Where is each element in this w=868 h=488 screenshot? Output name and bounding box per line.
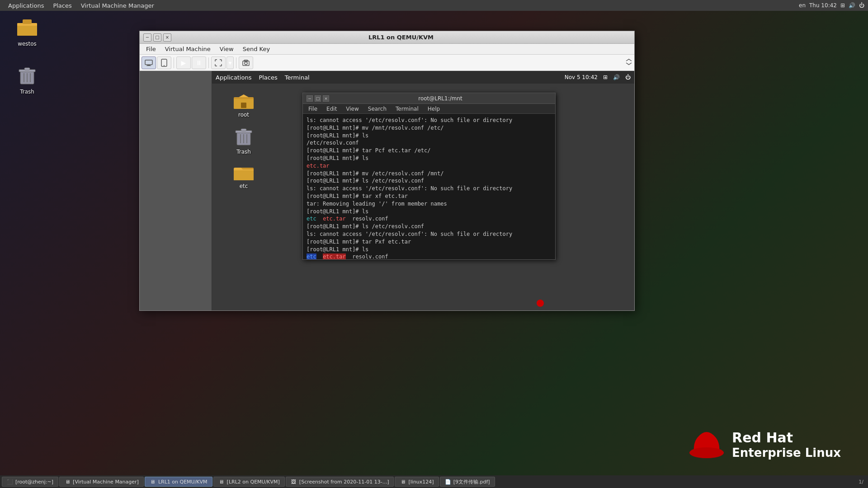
term-line-14: etc etc.tar resolv.conf <box>307 215 552 223</box>
taskbar-label-5: [linux124] <box>408 479 434 485</box>
vm-sidebar <box>140 71 212 310</box>
rhel-power-icon: ⏻ <box>625 74 631 80</box>
taskbar-item-lrl1[interactable]: 🖥 LRL1 on QEMU/KVM <box>145 477 212 487</box>
term-line-12: tar: Removing leading '/' from member na… <box>307 200 552 208</box>
taskbar-item-linux124[interactable]: 🖥 [linux124] <box>395 477 439 487</box>
redhat-text: Red Hat Enterprise Linux <box>732 430 841 460</box>
term-line-4: /etc/resolv.conf <box>307 139 552 147</box>
fm-root-label: root <box>238 112 249 118</box>
svg-point-28 <box>689 447 724 458</box>
toolbar-pause-btn[interactable]: ⏸ <box>192 56 206 69</box>
menubar-applications[interactable]: Applications <box>4 0 48 11</box>
toolbar-sep-2 <box>208 57 209 68</box>
vm-menubar: File Virtual Machine View Send Key <box>140 44 634 55</box>
vm-menu-vm[interactable]: Virtual Machine <box>160 44 215 54</box>
term-menu-terminal[interactable]: Terminal <box>392 106 422 112</box>
toolbar-dropdown-btn[interactable]: ▾ <box>226 56 234 69</box>
term-menu-edit[interactable]: Edit <box>323 106 340 112</box>
toolbar-screenshot-btn[interactable] <box>239 56 253 69</box>
network-icon: ⊞ <box>840 2 845 9</box>
term-line-15: [root@LRL1 mnt]# ls /etc/resolv.conf <box>307 223 552 230</box>
terminal-titlebar: − □ × root@LRL1:/mnt <box>303 93 555 104</box>
terminal-controls: − □ × <box>307 95 329 102</box>
taskbar-label-6: [9文件传输.pdf] <box>453 479 490 485</box>
taskbar-label-4: [Screenshot from 2020-11-01 13-...] <box>299 479 389 485</box>
terminal-window: − □ × root@LRL1:/mnt File Edit View Sear… <box>302 93 556 260</box>
taskbar-item-pdf[interactable]: 📄 [9文件传输.pdf] <box>440 477 495 487</box>
term-menu-view[interactable]: View <box>342 106 362 112</box>
vm-minimize-btn[interactable]: − <box>143 33 151 42</box>
fm-icon-root[interactable]: root <box>226 93 262 118</box>
toolbar-monitor-btn[interactable] <box>142 56 156 69</box>
term-line-6: [root@LRL1 mnt]# ls <box>307 155 552 162</box>
rhel-network-icon: ⊞ <box>603 74 608 80</box>
screenshot-icon: 🖼 <box>291 479 297 485</box>
taskbar-label-0: [root@zhenj:~] <box>15 479 53 485</box>
term-close-btn[interactable]: × <box>323 95 329 102</box>
vm-menu-file[interactable]: File <box>142 44 160 54</box>
terminal-body[interactable]: ls: cannot access '/etc/resolv.conf': No… <box>303 114 555 259</box>
vm-menu-view[interactable]: View <box>215 44 238 54</box>
top-menubar: Applications Places Virtual Machine Mana… <box>0 0 868 11</box>
taskbar-right: 1/ <box>856 479 866 485</box>
term-menu-search[interactable]: Search <box>364 106 390 112</box>
redhat-line1: Red Hat <box>732 430 841 446</box>
term-line-8: [root@LRL1 mnt]# mv /etc/resolv.conf /mn… <box>307 170 552 178</box>
term-line-9: [root@LRL1 mnt]# ls /etc/resolv.conf <box>307 177 552 185</box>
toolbar-tablet-btn[interactable] <box>157 56 171 69</box>
term-menu-help[interactable]: Help <box>424 106 443 112</box>
status-dot <box>537 300 544 307</box>
svg-rect-22 <box>241 129 246 131</box>
taskbar-item-lrl2[interactable]: 🖥 [LRL2 on QEMU/KVM] <box>213 477 285 487</box>
term-line-5: [root@LRL1 mnt]# tar Pcf etc.tar /etc/ <box>307 147 552 155</box>
redhat-line2: Enterprise Linux <box>732 446 841 460</box>
term-maximize-btn[interactable]: □ <box>315 95 321 102</box>
rhel-applications[interactable]: Applications <box>216 74 251 81</box>
power-icon: ⏻ <box>859 2 864 9</box>
datetime-display: Thu 10:42 <box>809 2 837 9</box>
svg-point-13 <box>164 65 165 66</box>
svg-rect-18 <box>235 97 253 99</box>
term-line-19: etc etc.tar resolv.conf <box>307 253 552 259</box>
term-line-13: [root@LRL1 mnt]# ls <box>307 208 552 216</box>
rhel-topbar: Applications Places Terminal Nov 5 10:42… <box>212 71 634 84</box>
vm-window: − □ × LRL1 on QEMU/KVM File Virtual Mach… <box>139 31 635 311</box>
toolbar-fullscreen-btn[interactable] <box>211 56 226 69</box>
westos-label: westos <box>18 41 37 47</box>
desktop: Applications Places Virtual Machine Mana… <box>0 0 868 488</box>
menubar-vm-manager[interactable]: Virtual Machine Manager <box>76 0 159 11</box>
vm-window-controls: − □ × <box>143 33 171 42</box>
rhel-places[interactable]: Places <box>259 74 277 81</box>
toolbar-expand-btn[interactable] <box>625 58 632 67</box>
fm-trash-label: Trash <box>236 149 251 155</box>
taskbar-item-screenshot[interactable]: 🖼 [Screenshot from 2020-11-01 13-...] <box>286 477 394 487</box>
taskbar-item-root[interactable]: ⬛ [root@zhenj:~] <box>2 477 58 487</box>
taskbar-label-2: LRL1 on QEMU/KVM <box>158 479 208 485</box>
svg-rect-2 <box>23 19 32 24</box>
terminal-icon: ⬛ <box>7 479 13 485</box>
folder-icon <box>16 17 38 39</box>
fm-icon-trash[interactable]: Trash <box>226 127 262 155</box>
term-minimize-btn[interactable]: − <box>307 95 313 102</box>
term-line-18: [root@LRL1 mnt]# ls <box>307 246 552 253</box>
toolbar-play-btn[interactable]: ▶ <box>176 56 191 69</box>
vm-menu-sendkey[interactable]: Send Key <box>238 44 274 54</box>
term-line-16: ls: cannot access '/etc/resolv.conf': No… <box>307 230 552 238</box>
menubar-places[interactable]: Places <box>48 0 76 11</box>
taskbar-label-3: [LRL2 on QEMU/KVM] <box>227 479 280 485</box>
term-line-3: [root@LRL1 mnt]# ls <box>307 132 552 140</box>
term-menu-file[interactable]: File <box>305 106 321 112</box>
vm-toolbar: ▶ ⏸ ▾ <box>140 55 634 71</box>
rhel-terminal[interactable]: Terminal <box>285 74 310 81</box>
desktop-icon-westos[interactable]: westos <box>9 15 45 49</box>
svg-rect-9 <box>145 60 152 65</box>
fm-icon-etc[interactable]: etc <box>226 164 262 189</box>
taskbar-item-vmmgr[interactable]: 🖥 [Virtual Machine Manager] <box>59 477 144 487</box>
vm-close-btn[interactable]: × <box>163 33 171 42</box>
vm-content: Applications Places Terminal Nov 5 10:42… <box>140 71 634 310</box>
bottom-taskbar: ⬛ [root@zhenj:~] 🖥 [Virtual Machine Mana… <box>0 475 868 488</box>
desktop-icon-trash[interactable]: Trash <box>9 63 45 97</box>
vm-maximize-btn[interactable]: □ <box>153 33 161 42</box>
svg-rect-19 <box>241 103 246 108</box>
taskbar-page: 1/ <box>856 479 866 485</box>
